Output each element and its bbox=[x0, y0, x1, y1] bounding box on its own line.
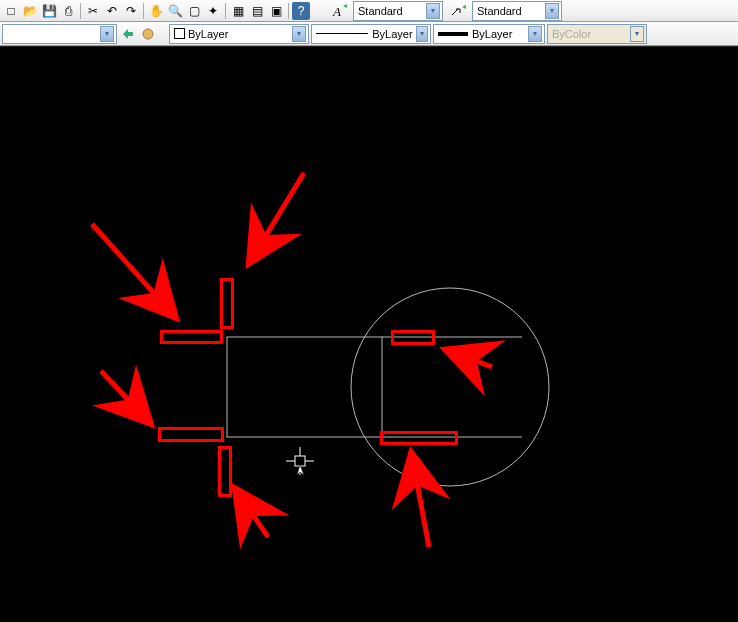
zoom-window-icon[interactable]: ▢ bbox=[185, 2, 203, 20]
layer-states-icon[interactable] bbox=[139, 25, 157, 43]
open-icon[interactable]: 📂 bbox=[21, 2, 39, 20]
chevron-down-icon: ▾ bbox=[630, 26, 644, 42]
design-center-icon[interactable]: ▤ bbox=[248, 2, 266, 20]
cad-drawing bbox=[0, 47, 738, 622]
svg-point-3 bbox=[351, 288, 549, 486]
toolbar-properties: ▾ ByLayer ▾ ByLayer ▾ ByLayer ▾ ByColor … bbox=[0, 22, 738, 46]
annotation-arrow bbox=[92, 224, 177, 319]
text-style-value: Standard bbox=[358, 5, 403, 17]
chevron-down-icon: ▾ bbox=[416, 26, 428, 42]
new-icon[interactable]: □ bbox=[2, 2, 20, 20]
drawing-area[interactable] bbox=[0, 46, 738, 622]
svg-point-1 bbox=[143, 29, 153, 39]
plot-style-combo: ByColor ▾ bbox=[547, 24, 647, 44]
cut-icon[interactable]: ✂ bbox=[84, 2, 102, 20]
annotation-arrow bbox=[444, 349, 492, 367]
annotation-arrow bbox=[101, 371, 152, 425]
text-style-icon: A bbox=[330, 2, 352, 20]
lineweight-combo[interactable]: ByLayer ▾ bbox=[433, 24, 545, 44]
help-icon[interactable]: ? bbox=[292, 2, 310, 20]
chevron-down-icon: ▾ bbox=[100, 26, 114, 42]
layer-combo[interactable]: ▾ bbox=[2, 24, 117, 44]
lineweight-preview-icon bbox=[438, 32, 468, 36]
dim-style-value: Standard bbox=[477, 5, 522, 17]
lineweight-value: ByLayer bbox=[472, 28, 512, 40]
chevron-down-icon: ▾ bbox=[528, 26, 542, 42]
plot-icon[interactable]: ⎙ bbox=[59, 2, 77, 20]
annotation-box bbox=[220, 278, 234, 329]
linetype-preview-icon bbox=[316, 33, 368, 34]
separator bbox=[225, 3, 226, 19]
chevron-down-icon: ▾ bbox=[426, 3, 440, 19]
annotation-box bbox=[158, 427, 224, 442]
pan-icon[interactable]: ✋ bbox=[147, 2, 165, 20]
color-combo[interactable]: ByLayer ▾ bbox=[169, 24, 309, 44]
color-value: ByLayer bbox=[188, 28, 228, 40]
svg-rect-2 bbox=[227, 337, 382, 437]
linetype-combo[interactable]: ByLayer ▾ bbox=[311, 24, 431, 44]
annotation-arrow bbox=[234, 487, 268, 537]
svg-text:A: A bbox=[332, 4, 341, 19]
save-icon[interactable]: 💾 bbox=[40, 2, 58, 20]
zoom-realtime-icon[interactable]: 🔍 bbox=[166, 2, 184, 20]
layer-previous-icon[interactable] bbox=[119, 25, 137, 43]
chevron-down-icon: ▾ bbox=[545, 3, 559, 19]
toolbar-top: □ 📂 💾 ⎙ ✂ ↶ ↷ ✋ 🔍 ▢ ✦ ▦ ▤ ▣ ? A Standard… bbox=[0, 0, 738, 22]
separator bbox=[80, 3, 81, 19]
annotation-box bbox=[380, 431, 458, 445]
annotation-box bbox=[160, 330, 223, 344]
undo-icon[interactable]: ↶ bbox=[103, 2, 121, 20]
dim-style-icon bbox=[449, 2, 471, 20]
annotation-arrow bbox=[248, 173, 304, 265]
plot-style-value: ByColor bbox=[552, 28, 591, 40]
tool-palettes-icon[interactable]: ▣ bbox=[267, 2, 285, 20]
dim-style-combo[interactable]: Standard ▾ bbox=[472, 1, 562, 21]
properties-icon[interactable]: ▦ bbox=[229, 2, 247, 20]
separator bbox=[143, 3, 144, 19]
text-style-combo[interactable]: Standard ▾ bbox=[353, 1, 443, 21]
annotation-box bbox=[218, 446, 232, 497]
zoom-prev-icon[interactable]: ✦ bbox=[204, 2, 222, 20]
annotation-arrow bbox=[411, 451, 429, 547]
chevron-down-icon: ▾ bbox=[292, 26, 306, 42]
linetype-value: ByLayer bbox=[372, 28, 412, 40]
separator bbox=[288, 3, 289, 19]
color-swatch-icon bbox=[174, 28, 185, 39]
annotation-box bbox=[391, 330, 435, 345]
redo-icon[interactable]: ↷ bbox=[122, 2, 140, 20]
